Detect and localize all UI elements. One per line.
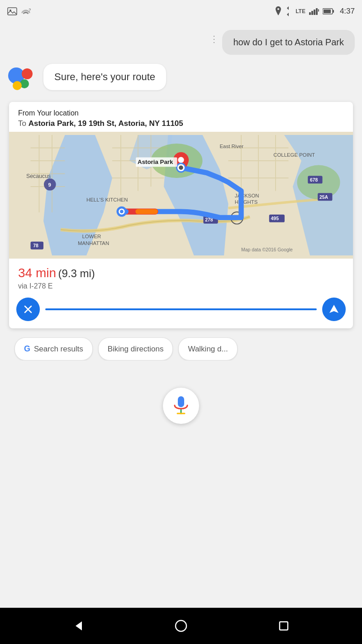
svg-point-64 bbox=[120, 210, 124, 213]
walking-directions-label: Walking d... bbox=[188, 345, 228, 354]
route-distance: (9.3 mi) bbox=[58, 267, 95, 279]
user-message-wrap: ⋮ how do I get to Astoria Park bbox=[7, 30, 355, 55]
map-area[interactable]: 9 678 25A 278 25 495 bbox=[9, 132, 353, 259]
svg-rect-74 bbox=[178, 396, 184, 407]
navigate-button[interactable] bbox=[322, 298, 346, 321]
search-results-chip[interactable]: G Search results bbox=[14, 337, 93, 360]
svg-point-65 bbox=[178, 157, 184, 163]
svg-rect-5 bbox=[314, 10, 315, 15]
assistant-message-text: Sure, here's your route bbox=[54, 71, 155, 82]
from-label: From bbox=[18, 109, 35, 117]
svg-point-67 bbox=[179, 165, 183, 170]
status-bar: ? LTE ▶ 4:37 bbox=[0, 0, 362, 23]
svg-text:East River: East River bbox=[220, 144, 244, 149]
to-label: To bbox=[18, 119, 26, 128]
route-progress-track bbox=[45, 308, 317, 310]
location-icon bbox=[275, 6, 282, 16]
walking-directions-chip[interactable]: Walking d... bbox=[178, 337, 237, 360]
svg-rect-3 bbox=[309, 12, 311, 15]
svg-text:HELL'S KITCHEN: HELL'S KITCHEN bbox=[86, 197, 128, 202]
svg-text:495: 495 bbox=[271, 216, 279, 221]
svg-text:LOWER: LOWER bbox=[82, 234, 101, 239]
svg-rect-79 bbox=[280, 622, 288, 630]
svg-text:Secaucus: Secaucus bbox=[26, 173, 51, 179]
route-to: To Astoria Park, 19 19th St, Astoria, NY… bbox=[18, 119, 344, 128]
svg-text:9: 9 bbox=[48, 182, 51, 187]
search-results-label: Search results bbox=[34, 345, 83, 354]
svg-text:HEIGHTS: HEIGHTS bbox=[235, 199, 258, 205]
route-details: 34 min (9.3 mi) via I-278 E bbox=[9, 259, 353, 298]
close-route-button[interactable] bbox=[16, 298, 40, 321]
route-header: From Your location To Astoria Park, 19 1… bbox=[9, 102, 353, 132]
svg-point-12 bbox=[22, 68, 33, 79]
assistant-message-bubble: Sure, here's your route bbox=[43, 64, 166, 90]
signal-icon: ▶ bbox=[309, 8, 319, 15]
svg-text:678: 678 bbox=[310, 178, 318, 183]
battery-icon bbox=[323, 8, 334, 14]
svg-text:COLLEGE POINT: COLLEGE POINT bbox=[273, 152, 315, 158]
chat-area: ⋮ how do I get to Astoria Park Sure, her… bbox=[0, 23, 362, 608]
svg-text:78: 78 bbox=[33, 243, 38, 248]
svg-point-78 bbox=[176, 620, 186, 631]
chips-row: G Search results Biking directions Walki… bbox=[7, 337, 355, 360]
assistant-logo bbox=[7, 64, 36, 93]
route-via: via I-278 E bbox=[18, 282, 344, 290]
status-left-icons: ? bbox=[7, 7, 31, 15]
home-button[interactable] bbox=[170, 615, 192, 637]
image-icon bbox=[7, 7, 17, 15]
route-duration: 34 min bbox=[18, 266, 56, 280]
navigation-bar bbox=[0, 608, 362, 644]
time-display: 4:37 bbox=[340, 7, 355, 16]
recents-button[interactable] bbox=[272, 615, 295, 637]
lte-label: LTE bbox=[295, 8, 305, 14]
svg-rect-9 bbox=[333, 10, 334, 13]
svg-point-14 bbox=[13, 81, 22, 90]
svg-marker-77 bbox=[76, 621, 82, 630]
svg-rect-6 bbox=[316, 8, 318, 15]
google-logo-chip: G bbox=[24, 344, 30, 354]
route-action-bar bbox=[9, 298, 353, 328]
biking-directions-chip[interactable]: Biking directions bbox=[98, 337, 173, 360]
route-from: From Your location bbox=[18, 109, 344, 117]
svg-text:MANHATTAN: MANHATTAN bbox=[78, 240, 109, 246]
more-options-icon[interactable]: ⋮ bbox=[210, 34, 219, 44]
svg-text:Map data ©2016 Google: Map data ©2016 Google bbox=[241, 247, 293, 252]
svg-text:▶: ▶ bbox=[318, 8, 319, 12]
assistant-response-wrap: Sure, here's your route bbox=[7, 64, 355, 93]
microphone-button[interactable] bbox=[163, 388, 199, 424]
back-button[interactable] bbox=[67, 615, 90, 637]
svg-marker-73 bbox=[329, 305, 338, 313]
from-location: Your location bbox=[37, 109, 79, 117]
bluetooth-icon bbox=[286, 6, 292, 16]
svg-rect-4 bbox=[311, 11, 313, 15]
biking-directions-label: Biking directions bbox=[108, 345, 164, 354]
to-location: Astoria Park, 19 19th St, Astoria, NY 11… bbox=[29, 119, 183, 128]
user-message-bubble: how do I get to Astoria Park bbox=[222, 30, 355, 55]
svg-text:?: ? bbox=[29, 8, 31, 12]
wifi-question-icon: ? bbox=[21, 7, 31, 15]
route-card: From Your location To Astoria Park, 19 1… bbox=[9, 102, 353, 328]
status-right-icons: LTE ▶ 4:37 bbox=[275, 6, 355, 16]
svg-text:Astoria Park: Astoria Park bbox=[138, 159, 173, 165]
user-message-text: how do I get to Astoria Park bbox=[233, 37, 344, 47]
svg-text:25A: 25A bbox=[319, 195, 329, 200]
svg-rect-0 bbox=[8, 8, 17, 15]
mic-area bbox=[7, 370, 355, 433]
svg-text:JACKSON: JACKSON bbox=[235, 193, 259, 198]
svg-rect-10 bbox=[324, 10, 331, 13]
